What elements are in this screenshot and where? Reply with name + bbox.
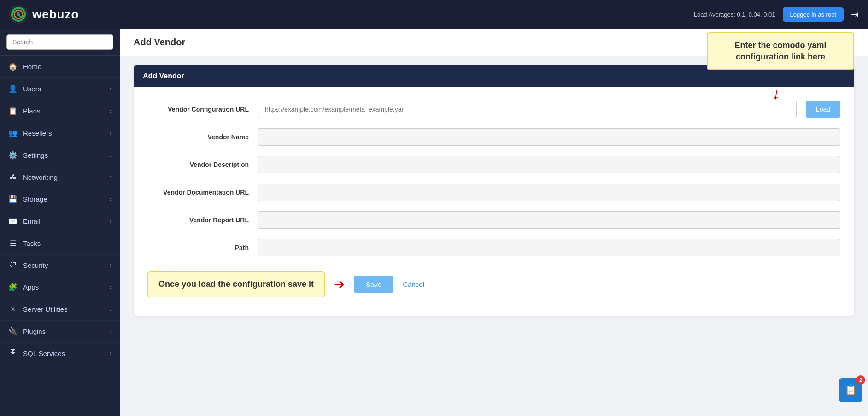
email-chevron-icon: › bbox=[110, 218, 111, 225]
sidebar-item-left-sql-services: 🗄 SQL Services bbox=[8, 349, 65, 357]
server-utilities-icon: ✳ bbox=[8, 305, 18, 314]
sidebar-item-settings[interactable]: ⚙️ Settings › bbox=[0, 144, 120, 166]
url-input[interactable] bbox=[258, 101, 797, 118]
bottom-action-area: Once you load the configuration save it … bbox=[147, 267, 840, 302]
vendor-doc-row: Vendor Documentation URL bbox=[147, 184, 840, 201]
cancel-button[interactable]: Cancel bbox=[403, 280, 424, 288]
vendor-desc-row: Vendor Description bbox=[147, 156, 840, 173]
header-right: Load Averages: 0.1, 0.04, 0.01 Logged in… bbox=[694, 7, 859, 22]
page-title: Add Vendor bbox=[134, 37, 185, 47]
path-row: Path bbox=[147, 239, 840, 256]
sidebar-item-left-tasks: ☰ Tasks bbox=[8, 239, 41, 248]
logo: webuzo bbox=[9, 5, 79, 24]
sidebar-item-security[interactable]: 🛡 Security › bbox=[0, 255, 120, 276]
security-chevron-icon: › bbox=[110, 262, 111, 268]
url-label: Vendor Configuration URL bbox=[147, 106, 249, 113]
sidebar-item-left-resellers: 👥 Resellers bbox=[8, 129, 52, 137]
sidebar-label-resellers: Resellers bbox=[23, 129, 52, 137]
sidebar-item-left-storage: 💾 Storage bbox=[8, 195, 47, 203]
vendor-report-label: Vendor Report URL bbox=[147, 216, 249, 224]
sidebar-item-plugins[interactable]: 🔌 Plugins › bbox=[0, 321, 120, 343]
arrow-right-icon: ➔ bbox=[334, 277, 345, 292]
sidebar-item-left-server-utilities: ✳ Server Utilities bbox=[8, 305, 68, 314]
vendor-name-input[interactable] bbox=[258, 128, 840, 146]
vendor-doc-label: Vendor Documentation URL bbox=[147, 189, 249, 196]
plugins-chevron-icon: › bbox=[110, 328, 111, 335]
sidebar-label-tasks: Tasks bbox=[23, 239, 41, 247]
sidebar-item-home[interactable]: 🏠 Home bbox=[0, 56, 120, 78]
search-input[interactable] bbox=[6, 34, 113, 50]
sidebar-item-left-users: 👤 Users bbox=[8, 84, 41, 93]
sidebar-label-security: Security bbox=[23, 261, 48, 269]
sidebar-label-storage: Storage bbox=[23, 195, 47, 203]
save-button[interactable]: Save bbox=[354, 276, 393, 293]
sidebar-item-left-apps: 🧩 Apps bbox=[8, 283, 39, 291]
sidebar-item-email[interactable]: ✉️ Email › bbox=[0, 210, 120, 232]
sidebar-item-server-utilities[interactable]: ✳ Server Utilities › bbox=[0, 298, 120, 321]
sidebar-item-sql-services[interactable]: 🗄 SQL Services › bbox=[0, 343, 120, 364]
load-average: Load Averages: 0.1, 0.04, 0.01 bbox=[694, 11, 775, 18]
home-icon: 🏠 bbox=[8, 62, 18, 71]
sidebar-item-users[interactable]: 👤 Users › bbox=[0, 78, 120, 100]
tasks-icon: ☰ bbox=[8, 239, 18, 248]
storage-icon: 💾 bbox=[8, 195, 18, 203]
sidebar-item-left-email: ✉️ Email bbox=[8, 217, 41, 226]
main-layout: 🏠 Home 👤 Users › 📋 Plans › 👥 Resellers › bbox=[0, 29, 868, 416]
security-icon: 🛡 bbox=[8, 261, 18, 269]
logout-icon[interactable]: ⇥ bbox=[851, 9, 859, 20]
sidebar-item-left-security: 🛡 Security bbox=[8, 261, 48, 269]
sidebar-label-plugins: Plugins bbox=[23, 327, 46, 335]
sidebar-label-sql-services: SQL Services bbox=[23, 350, 65, 357]
sidebar-item-left-plugins: 🔌 Plugins bbox=[8, 327, 46, 336]
sql-services-chevron-icon: › bbox=[110, 350, 111, 357]
email-icon: ✉️ bbox=[8, 217, 18, 226]
sidebar-label-home: Home bbox=[23, 63, 41, 71]
sidebar-label-networking: Networking bbox=[23, 173, 58, 181]
notification-badge[interactable]: 📋 2 bbox=[839, 378, 862, 402]
sidebar-label-plans: Plans bbox=[23, 107, 41, 115]
logged-in-button[interactable]: Logged in as root bbox=[783, 7, 844, 22]
vendor-report-input[interactable] bbox=[258, 211, 840, 229]
load-button[interactable]: Load bbox=[806, 101, 840, 118]
vendor-doc-input[interactable] bbox=[258, 184, 840, 201]
sidebar-label-server-utilities: Server Utilities bbox=[23, 305, 68, 313]
sidebar-item-tasks[interactable]: ☰ Tasks bbox=[0, 232, 120, 255]
settings-icon: ⚙️ bbox=[8, 151, 18, 160]
sql-services-icon: 🗄 bbox=[8, 349, 18, 357]
sidebar-item-plans[interactable]: 📋 Plans › bbox=[0, 100, 120, 122]
content-panel: Add Vendor Vendor Configuration URL Load… bbox=[134, 65, 854, 316]
networking-chevron-icon: › bbox=[110, 174, 111, 180]
resellers-chevron-icon: › bbox=[110, 130, 111, 137]
storage-chevron-icon: › bbox=[110, 196, 111, 202]
settings-chevron-icon: › bbox=[110, 152, 111, 159]
sidebar-item-apps[interactable]: 🧩 Apps › bbox=[0, 276, 120, 298]
sidebar-label-users: Users bbox=[23, 85, 41, 93]
sidebar-label-email: Email bbox=[23, 217, 41, 225]
vendor-name-row: Vendor Name bbox=[147, 128, 840, 146]
path-label: Path bbox=[147, 244, 249, 251]
notification-count: 2 bbox=[856, 375, 865, 385]
sidebar-item-resellers[interactable]: 👥 Resellers › bbox=[0, 122, 120, 144]
main-content: Add Vendor Enter the comodo yaml configu… bbox=[120, 29, 868, 416]
vendor-desc-input[interactable] bbox=[258, 156, 840, 173]
users-chevron-icon: › bbox=[110, 86, 111, 92]
url-row: Vendor Configuration URL Load bbox=[147, 101, 840, 118]
search-container bbox=[0, 29, 120, 56]
sidebar-item-storage[interactable]: 💾 Storage › bbox=[0, 188, 120, 210]
sidebar-item-left-home: 🏠 Home bbox=[8, 62, 41, 71]
webuzo-logo-icon bbox=[9, 5, 28, 24]
sidebar-item-left-plans: 📋 Plans bbox=[8, 107, 41, 115]
path-input[interactable] bbox=[258, 239, 840, 256]
header: webuzo Load Averages: 0.1, 0.04, 0.01 Lo… bbox=[0, 0, 868, 29]
sidebar-label-apps: Apps bbox=[23, 283, 39, 291]
resellers-icon: 👥 bbox=[8, 129, 18, 137]
networking-icon: 🖧 bbox=[8, 173, 18, 181]
sidebar-item-left-networking: 🖧 Networking bbox=[8, 173, 58, 181]
sidebar-item-networking[interactable]: 🖧 Networking › bbox=[0, 166, 120, 188]
notification-icon: 📋 bbox=[845, 384, 857, 396]
users-icon: 👤 bbox=[8, 84, 18, 93]
plans-chevron-icon: › bbox=[110, 108, 111, 114]
bottom-callout-text: Once you load the configuration save it bbox=[158, 279, 314, 289]
sidebar: 🏠 Home 👤 Users › 📋 Plans › 👥 Resellers › bbox=[0, 29, 120, 416]
panel-body: Vendor Configuration URL Load Vendor Nam… bbox=[134, 87, 854, 316]
